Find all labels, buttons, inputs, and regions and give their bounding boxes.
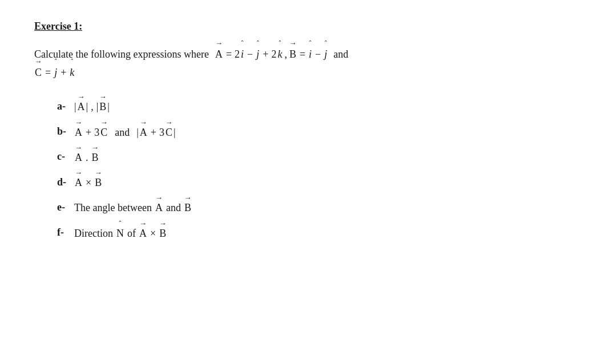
part-d: d- A × B	[57, 174, 571, 191]
part-d-label: d-	[57, 174, 71, 191]
vec-B-f: B	[159, 225, 166, 242]
page-content: Exercise 1: Calculate the following expr…	[0, 0, 605, 270]
part-e-label: e-	[57, 199, 71, 216]
vec-B-expr: B = i − j	[289, 45, 328, 63]
part-c-content: A . B	[74, 148, 99, 165]
part-f-content: Direction N of A × B	[74, 224, 167, 241]
vec-C-symbol: C	[35, 63, 42, 82]
part-c: c- A . B	[57, 148, 571, 165]
part-b-content: A + 3C and |A + 3C|	[74, 123, 176, 140]
part-f: f- Direction N of A × B	[57, 224, 571, 241]
vec-B-symbol: B	[289, 45, 296, 63]
vec-A-b2: A	[140, 124, 147, 141]
part-c-label: c-	[57, 148, 71, 165]
unit-k: k	[277, 45, 282, 63]
intro-line1: Calculate the following expressions wher…	[34, 45, 571, 63]
part-b: b- A + 3C and |A + 3C|	[57, 123, 571, 140]
vec-A-f: A	[139, 225, 147, 242]
vec-B-a: B	[99, 99, 106, 115]
intro-line2: C = j + k	[34, 63, 571, 82]
part-d-content: A × B	[74, 174, 102, 191]
vec-A-a: A	[78, 99, 85, 115]
normal-N: N	[116, 225, 124, 242]
intro-block: Calculate the following expressions wher…	[34, 45, 571, 82]
vec-A-symbol: A	[215, 45, 223, 63]
part-a-content: |A| , |B|	[74, 98, 110, 115]
vec-A-d: A	[75, 175, 82, 191]
parts-list: a- |A| , |B| b- A + 3C and |	[34, 98, 571, 242]
vec-B-d: B	[95, 175, 102, 191]
intro-text: Calculate the following expressions wher…	[34, 45, 209, 63]
part-a: a- |A| , |B|	[57, 98, 571, 115]
part-e: e- The angle between A and B	[57, 199, 571, 216]
part-b-label: b-	[57, 123, 71, 140]
vec-B-c: B	[92, 149, 99, 166]
unit-j2: j	[324, 45, 327, 63]
and-text: and	[333, 45, 348, 63]
unit-k2: k	[70, 63, 74, 82]
unit-j3: j	[54, 63, 57, 82]
vec-C-expr: C = j + k	[34, 63, 75, 82]
part-f-label: f-	[57, 224, 71, 241]
vec-B-e: B	[184, 200, 191, 216]
vec-A-e: A	[155, 200, 163, 216]
exercise-title: Exercise 1:	[34, 21, 571, 33]
vec-A-b: A	[75, 124, 82, 141]
part-a-label: a-	[57, 98, 71, 115]
part-e-content: The angle between A and B	[74, 199, 192, 216]
unit-i: i	[241, 45, 244, 63]
vec-C-b: C	[100, 124, 107, 141]
vec-A-c: A	[75, 149, 82, 166]
unit-j1: j	[256, 45, 259, 63]
vec-C-b2: C	[166, 124, 172, 141]
unit-i2: i	[309, 45, 312, 63]
vec-A-expr: A = 2i − j + 2k	[215, 45, 283, 63]
